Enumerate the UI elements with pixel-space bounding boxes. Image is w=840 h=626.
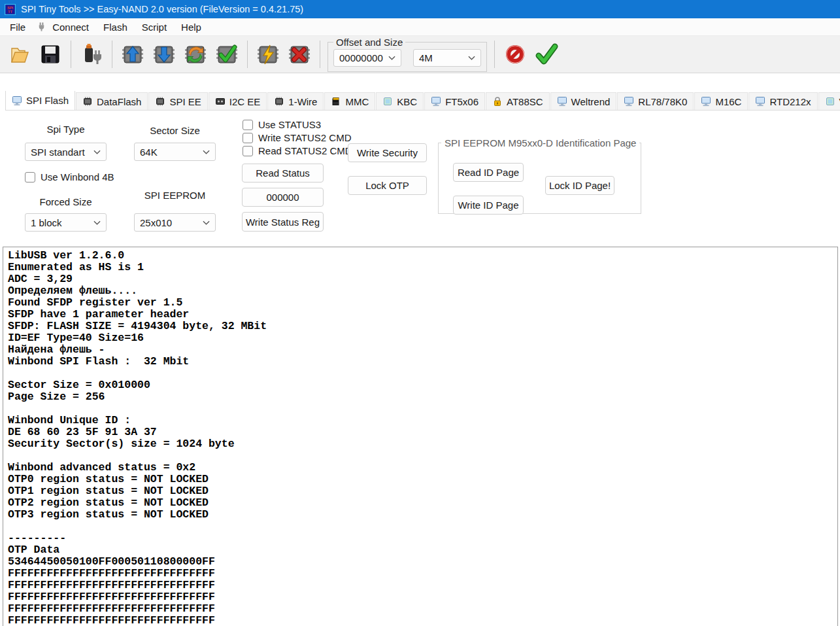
toolbar-separator [494,41,495,68]
tab-at88sc[interactable]: AT88SC [486,92,550,110]
checkbox-label: Use STATUS3 [258,119,321,130]
sector-size-combobox[interactable]: 64K [134,143,216,161]
tab-label: AT88SC [507,96,543,107]
forced-size-combobox[interactable]: 1 block [25,213,107,232]
write-security-button[interactable]: Write Security [348,143,427,162]
tab-rtd212x[interactable]: RTD212x [748,92,817,110]
write-status2-cmd-checkbox[interactable]: Write STATUS2 CMD [243,132,352,143]
tab-label: 1-Wire [288,96,317,107]
tab-weltrend[interactable]: Weltrend [550,92,617,110]
write-id-page-button[interactable]: Write ID Page [453,196,524,215]
spi-type-value: SPI standart [31,147,85,158]
toolbar-separator [247,41,248,68]
chip-green-icon [382,96,393,107]
checkbox-label: Use Winbond 4B [41,171,114,183]
checkbox-box[interactable] [25,172,35,183]
verify-chip-button[interactable] [211,39,243,70]
status-register-field[interactable]: 000000 [242,188,324,207]
monitor-icon [12,96,22,106]
read-id-page-button[interactable]: Read ID Page [453,163,524,182]
read-chip-button[interactable] [117,39,148,70]
spi-eeprom-label: SPI EEPROM [134,190,216,201]
chip-check-icon [215,43,239,66]
floppy-save-icon [39,43,62,66]
tab-label: MMC [345,96,369,107]
tab-vctp[interactable]: VCTP [818,92,840,110]
checkbox-label: Write STATUS2 CMD [258,132,352,143]
chevron-down-icon [93,150,101,154]
id-page-group: SPI EEPROM M95xx0-D Identification Page … [438,137,641,214]
tab-label: SPI Flash [26,95,69,106]
app-logo-icon: SPI TT [5,4,16,15]
monitor-icon [624,96,634,107]
chip-green-icon [825,96,835,107]
tab-kbc[interactable]: KBC [376,92,424,110]
size-combobox[interactable]: 4M [413,49,481,67]
menu-file[interactable]: File [3,20,33,35]
toolbar-separator [112,41,112,68]
stop-prohibition-icon [503,43,527,66]
tab-spi-ee[interactable]: SPI EE [148,92,207,110]
erase-chip-button[interactable] [180,39,211,70]
checkbox-box[interactable] [243,146,253,156]
chip-dark-icon [274,96,284,107]
tab-ft5x06[interactable]: FT5x06 [424,92,485,110]
tab-mmc[interactable]: MMC [324,92,375,110]
read-status-button[interactable]: Read Status [242,164,324,183]
menu-connect[interactable]: Connect [45,20,96,35]
tab-i2c-ee[interactable]: I2C EE [209,92,267,110]
tab-strip: SPI Flash DataFlash SPI EE I2C EE [5,91,840,111]
power-button[interactable] [76,39,107,70]
tab-label: KBC [397,96,417,107]
tab-label: RL78/78K0 [638,96,687,107]
write-chip-button[interactable] [148,39,180,70]
lock-otp-button[interactable]: Lock OTP [348,176,427,195]
chip-arrow-up-icon [121,43,144,66]
offset-value: 00000000 [339,52,383,63]
window-title: SPI Tiny Tools >> Easy-NAND 2.0 version … [21,4,303,14]
monitor-icon [557,96,567,107]
tab-1-wire[interactable]: 1-Wire [267,92,324,110]
tab-m16c[interactable]: M16C [694,92,748,110]
offset-and-size-group: Offset and Size 00000000 4M [328,37,487,72]
tab-label: I2C EE [229,96,261,107]
use-winbond-4b-checkbox[interactable]: Use Winbond 4B [25,171,114,183]
write-status-reg-button[interactable]: Write Status Reg [242,212,324,232]
lock-id-page-button[interactable]: Lock ID Page! [545,176,614,195]
tab-rl78-78k0[interactable]: RL78/78K0 [617,92,694,110]
menu-bar: File Connect Flash Script Help [0,18,840,36]
tab-dataflash[interactable]: DataFlash [76,92,148,110]
title-bar: SPI TT SPI Tiny Tools >> Easy-NAND 2.0 v… [0,0,840,18]
delete-chip-button[interactable] [284,39,315,70]
menu-script[interactable]: Script [135,20,174,35]
checkbox-box[interactable] [243,133,253,143]
tab-spi-flash[interactable]: SPI Flash [5,91,75,110]
menu-flash[interactable]: Flash [96,20,135,35]
tab-label: Weltrend [571,96,611,107]
chip-recycle-icon [184,43,207,66]
chevron-down-icon [203,150,210,154]
monitor-icon [431,96,441,107]
save-button[interactable] [35,39,66,70]
offset-combobox[interactable]: 00000000 [333,49,401,67]
use-status3-checkbox[interactable]: Use STATUS3 [243,119,321,130]
tab-label: FT5x06 [445,96,479,107]
stop-button[interactable] [499,39,531,70]
log-output[interactable]: LibUSB ver 1.2.6.0 Enumerated as HS is 1… [8,250,837,626]
chip-dark-icon [82,96,93,107]
power-chip-button[interactable] [252,39,284,70]
open-button[interactable] [3,39,35,70]
spi-eeprom-combobox[interactable]: 25x010 [134,213,216,232]
chevron-down-icon [468,56,475,60]
read-status2-cmd-checkbox[interactable]: Read STATUS2 CMD [243,145,352,156]
green-check-icon [535,43,558,66]
spi-type-combobox[interactable]: SPI standart [25,143,107,161]
menu-help[interactable]: Help [174,20,209,35]
ok-button[interactable] [531,39,562,70]
padlock-icon [492,96,503,107]
checkbox-box[interactable] [243,120,253,130]
svg-text:TT: TT [8,10,12,14]
tab-label: DataFlash [97,96,141,107]
spi-eeprom-value: 25x010 [140,217,172,228]
tab-label: M16C [715,96,741,107]
